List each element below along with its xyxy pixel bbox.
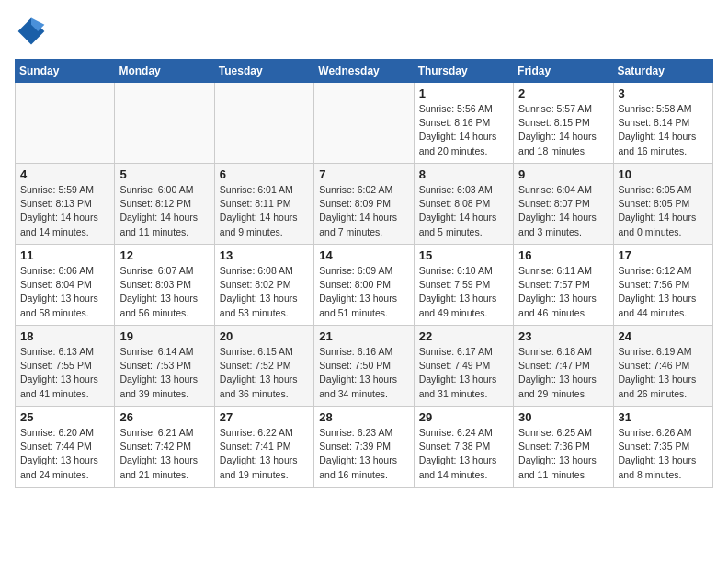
calendar-cell: 6Sunrise: 6:01 AM Sunset: 8:11 PM Daylig… [214, 164, 313, 245]
calendar-cell: 17Sunrise: 6:12 AM Sunset: 7:56 PM Dayli… [613, 245, 712, 326]
calendar-cell: 5Sunrise: 6:00 AM Sunset: 8:12 PM Daylig… [115, 164, 214, 245]
day-number: 7 [319, 167, 408, 181]
calendar-cell [314, 83, 414, 164]
calendar-cell: 12Sunrise: 6:07 AM Sunset: 8:03 PM Dayli… [115, 245, 214, 326]
day-info: Sunrise: 6:25 AM Sunset: 7:36 PM Dayligh… [518, 426, 608, 482]
calendar-cell: 30Sunrise: 6:25 AM Sunset: 7:36 PM Dayli… [514, 407, 613, 488]
day-info: Sunrise: 5:59 AM Sunset: 8:13 PM Dayligh… [20, 183, 109, 239]
day-number: 1 [419, 86, 508, 100]
day-info: Sunrise: 6:05 AM Sunset: 8:05 PM Dayligh… [619, 183, 708, 239]
calendar-cell: 2Sunrise: 5:57 AM Sunset: 8:15 PM Daylig… [514, 83, 613, 164]
day-number: 2 [518, 86, 608, 100]
day-number: 4 [20, 167, 109, 181]
day-info: Sunrise: 6:10 AM Sunset: 7:59 PM Dayligh… [419, 264, 508, 320]
calendar-cell: 31Sunrise: 6:26 AM Sunset: 7:35 PM Dayli… [613, 407, 712, 488]
calendar-cell: 26Sunrise: 6:21 AM Sunset: 7:42 PM Dayli… [115, 407, 214, 488]
calendar-cell: 20Sunrise: 6:15 AM Sunset: 7:52 PM Dayli… [214, 326, 313, 407]
calendar-week-row: 25Sunrise: 6:20 AM Sunset: 7:44 PM Dayli… [16, 407, 713, 488]
day-number: 8 [419, 167, 508, 181]
weekday-header-sunday: Sunday [16, 60, 115, 83]
day-info: Sunrise: 6:18 AM Sunset: 7:47 PM Dayligh… [518, 345, 608, 401]
calendar-cell: 23Sunrise: 6:18 AM Sunset: 7:47 PM Dayli… [514, 326, 613, 407]
calendar-cell: 22Sunrise: 6:17 AM Sunset: 7:49 PM Dayli… [414, 326, 513, 407]
calendar-cell: 15Sunrise: 6:10 AM Sunset: 7:59 PM Dayli… [414, 245, 513, 326]
day-number: 18 [20, 329, 109, 343]
day-info: Sunrise: 6:16 AM Sunset: 7:50 PM Dayligh… [319, 345, 408, 401]
calendar-week-row: 4Sunrise: 5:59 AM Sunset: 8:13 PM Daylig… [16, 164, 713, 245]
day-number: 11 [20, 248, 109, 262]
day-info: Sunrise: 6:11 AM Sunset: 7:57 PM Dayligh… [518, 264, 608, 320]
weekday-header-tuesday: Tuesday [214, 60, 313, 83]
calendar-cell [115, 83, 214, 164]
calendar-cell: 29Sunrise: 6:24 AM Sunset: 7:38 PM Dayli… [414, 407, 513, 488]
day-number: 21 [319, 329, 408, 343]
day-info: Sunrise: 6:09 AM Sunset: 8:00 PM Dayligh… [319, 264, 408, 320]
day-info: Sunrise: 6:01 AM Sunset: 8:11 PM Dayligh… [220, 183, 309, 239]
calendar-cell: 13Sunrise: 6:08 AM Sunset: 8:02 PM Dayli… [214, 245, 313, 326]
day-number: 13 [220, 248, 309, 262]
day-number: 26 [119, 410, 209, 424]
day-info: Sunrise: 6:06 AM Sunset: 8:04 PM Dayligh… [20, 264, 109, 320]
day-number: 28 [319, 410, 408, 424]
day-number: 5 [119, 167, 209, 181]
calendar-table: SundayMondayTuesdayWednesdayThursdayFrid… [15, 59, 713, 488]
day-number: 12 [119, 248, 209, 262]
day-info: Sunrise: 5:56 AM Sunset: 8:16 PM Dayligh… [419, 102, 508, 158]
day-number: 6 [220, 167, 309, 181]
day-number: 30 [518, 410, 608, 424]
calendar-cell: 1Sunrise: 5:56 AM Sunset: 8:16 PM Daylig… [414, 83, 513, 164]
calendar-cell [214, 83, 313, 164]
logo [15, 15, 51, 48]
weekday-header-thursday: Thursday [414, 60, 513, 83]
calendar-cell [16, 83, 115, 164]
day-info: Sunrise: 6:08 AM Sunset: 8:02 PM Dayligh… [220, 264, 309, 320]
day-number: 9 [518, 167, 608, 181]
weekday-header-friday: Friday [514, 60, 613, 83]
calendar-cell: 3Sunrise: 5:58 AM Sunset: 8:14 PM Daylig… [613, 83, 712, 164]
day-number: 22 [419, 329, 508, 343]
day-info: Sunrise: 6:15 AM Sunset: 7:52 PM Dayligh… [220, 345, 309, 401]
weekday-header-monday: Monday [115, 60, 214, 83]
day-number: 15 [419, 248, 508, 262]
calendar-cell: 28Sunrise: 6:23 AM Sunset: 7:39 PM Dayli… [314, 407, 414, 488]
calendar-cell: 16Sunrise: 6:11 AM Sunset: 7:57 PM Dayli… [514, 245, 613, 326]
day-info: Sunrise: 6:26 AM Sunset: 7:35 PM Dayligh… [619, 426, 708, 482]
calendar-week-row: 11Sunrise: 6:06 AM Sunset: 8:04 PM Dayli… [16, 245, 713, 326]
logo-icon [15, 15, 48, 48]
calendar-week-row: 18Sunrise: 6:13 AM Sunset: 7:55 PM Dayli… [16, 326, 713, 407]
day-number: 27 [220, 410, 309, 424]
day-info: Sunrise: 6:23 AM Sunset: 7:39 PM Dayligh… [319, 426, 408, 482]
calendar-cell: 10Sunrise: 6:05 AM Sunset: 8:05 PM Dayli… [613, 164, 712, 245]
calendar-cell: 24Sunrise: 6:19 AM Sunset: 7:46 PM Dayli… [613, 326, 712, 407]
day-number: 24 [619, 329, 708, 343]
day-info: Sunrise: 6:24 AM Sunset: 7:38 PM Dayligh… [419, 426, 508, 482]
day-number: 17 [619, 248, 708, 262]
day-info: Sunrise: 6:19 AM Sunset: 7:46 PM Dayligh… [619, 345, 708, 401]
day-number: 16 [518, 248, 608, 262]
calendar-cell: 7Sunrise: 6:02 AM Sunset: 8:09 PM Daylig… [314, 164, 414, 245]
calendar-cell: 21Sunrise: 6:16 AM Sunset: 7:50 PM Dayli… [314, 326, 414, 407]
calendar-cell: 27Sunrise: 6:22 AM Sunset: 7:41 PM Dayli… [214, 407, 313, 488]
calendar-week-row: 1Sunrise: 5:56 AM Sunset: 8:16 PM Daylig… [16, 83, 713, 164]
calendar-cell: 9Sunrise: 6:04 AM Sunset: 8:07 PM Daylig… [514, 164, 613, 245]
day-number: 3 [619, 86, 708, 100]
day-number: 29 [419, 410, 508, 424]
day-info: Sunrise: 6:22 AM Sunset: 7:41 PM Dayligh… [220, 426, 309, 482]
day-info: Sunrise: 6:04 AM Sunset: 8:07 PM Dayligh… [518, 183, 608, 239]
calendar-cell: 4Sunrise: 5:59 AM Sunset: 8:13 PM Daylig… [16, 164, 115, 245]
day-info: Sunrise: 6:00 AM Sunset: 8:12 PM Dayligh… [119, 183, 209, 239]
day-info: Sunrise: 6:20 AM Sunset: 7:44 PM Dayligh… [20, 426, 109, 482]
day-number: 23 [518, 329, 608, 343]
weekday-header-row: SundayMondayTuesdayWednesdayThursdayFrid… [16, 60, 713, 83]
day-info: Sunrise: 6:21 AM Sunset: 7:42 PM Dayligh… [119, 426, 209, 482]
calendar-cell: 18Sunrise: 6:13 AM Sunset: 7:55 PM Dayli… [16, 326, 115, 407]
day-number: 19 [119, 329, 209, 343]
day-number: 20 [220, 329, 309, 343]
day-number: 10 [619, 167, 708, 181]
calendar-cell: 25Sunrise: 6:20 AM Sunset: 7:44 PM Dayli… [16, 407, 115, 488]
day-info: Sunrise: 6:13 AM Sunset: 7:55 PM Dayligh… [20, 345, 109, 401]
day-info: Sunrise: 6:12 AM Sunset: 7:56 PM Dayligh… [619, 264, 708, 320]
day-info: Sunrise: 5:57 AM Sunset: 8:15 PM Dayligh… [518, 102, 608, 158]
calendar-cell: 19Sunrise: 6:14 AM Sunset: 7:53 PM Dayli… [115, 326, 214, 407]
weekday-header-saturday: Saturday [613, 60, 712, 83]
